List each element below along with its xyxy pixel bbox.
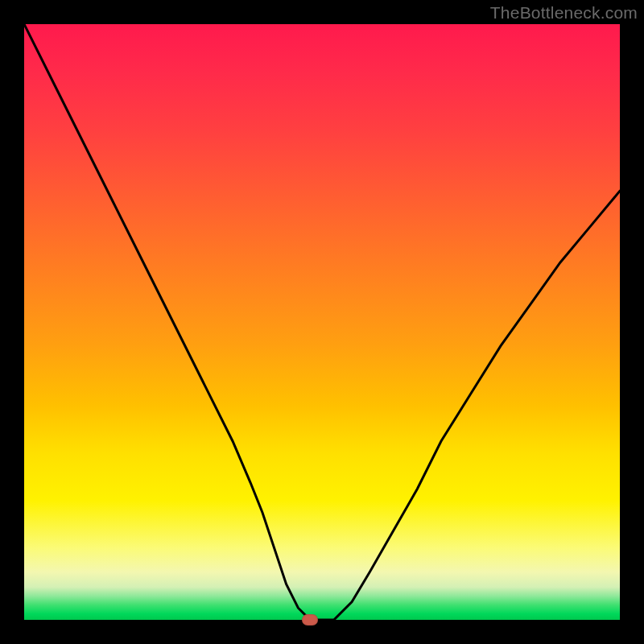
chart-frame: TheBottleneck.com <box>0 0 644 644</box>
bottleneck-curve <box>24 24 620 620</box>
curve-layer <box>24 24 620 620</box>
watermark-label: TheBottleneck.com <box>490 3 638 23</box>
optimum-marker <box>302 614 318 625</box>
